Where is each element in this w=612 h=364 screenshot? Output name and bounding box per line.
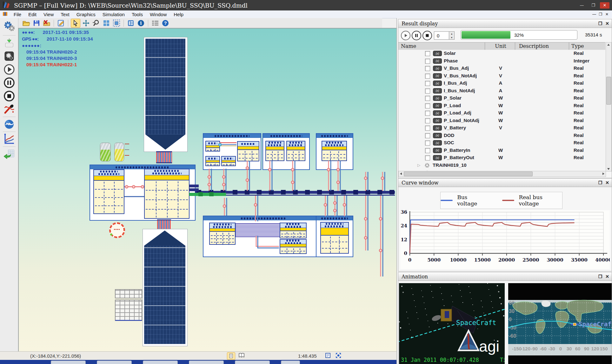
scroll-right-arrow[interactable] <box>602 172 604 175</box>
menu-text[interactable]: Text <box>57 12 73 17</box>
print-preview-button[interactable] <box>325 353 331 359</box>
taskbar-button[interactable] <box>189 361 224 364</box>
zoom-tool-button[interactable] <box>92 19 101 27</box>
row-checkbox[interactable] <box>425 155 430 160</box>
spinner-up-button[interactable]: ▲ <box>449 32 454 36</box>
space-view[interactable]: SpaceCraft agi 31 Jan 2011 00:07:07.428 … <box>399 283 505 364</box>
vscroll-thumb[interactable] <box>606 77 611 105</box>
pause-simulation-icon[interactable] <box>2 76 16 89</box>
import-data-icon[interactable] <box>2 36 16 49</box>
model-canvas[interactable]: ●● ●●:2017-11-01 09:15:35 GPS ●●:2017-11… <box>18 28 397 352</box>
tree-node-TRAINH019_10[interactable]: ▷TRAINH019_10 <box>398 162 605 169</box>
select-tool-button[interactable] <box>71 19 80 28</box>
row-checkbox[interactable] <box>425 148 430 153</box>
float-window-icon[interactable]: ❐ <box>598 180 602 185</box>
row-checkbox[interactable] <box>425 126 430 131</box>
step-spinner[interactable]: 0 ▲▼ <box>434 31 455 40</box>
menu-window[interactable]: Window <box>146 12 170 17</box>
edit-properties-button[interactable] <box>57 19 65 27</box>
row-checkbox[interactable] <box>425 81 430 86</box>
result-row-P_Solar[interactable]: (x)P_SolarWReal <box>398 94 605 102</box>
satellite-antenna-icon[interactable] <box>2 103 16 116</box>
step-spinner-value[interactable]: 0 <box>434 32 449 39</box>
taskbar-button[interactable] <box>281 361 300 364</box>
result-row-V_Battery[interactable]: (x)V_BatteryVReal <box>398 124 605 132</box>
close-panel-icon[interactable]: ✕ <box>605 180 609 185</box>
result-row-I_Bus_NotAdj[interactable]: (x)I_Bus_NotAdjAReal <box>398 87 605 95</box>
row-checkbox[interactable] <box>425 103 430 108</box>
result-row-I_Bus_Adj[interactable]: (x)I_Bus_AdjAReal <box>398 80 605 87</box>
stop-simulation-icon[interactable] <box>2 89 16 103</box>
curve-plot-icon[interactable] <box>2 133 16 146</box>
settings-gears-icon[interactable] <box>2 18 16 35</box>
result-row-SOC[interactable]: (x)SOCReal <box>398 139 605 147</box>
mdi-restore-button[interactable]: ❐ <box>597 12 604 16</box>
list-options-button[interactable] <box>151 19 160 27</box>
menu-file[interactable]: File <box>10 12 25 17</box>
result-row-P_Load[interactable]: (x)P_LoadWReal <box>398 102 605 110</box>
row-checkbox[interactable] <box>425 59 430 64</box>
taskbar-button[interactable] <box>97 361 132 364</box>
result-row-DOD[interactable]: (x)DODReal <box>398 132 605 140</box>
float-window-icon[interactable]: ❐ <box>598 21 602 26</box>
mdi-close-button[interactable]: ✕ <box>604 12 610 16</box>
menu-help[interactable]: Help <box>170 12 187 17</box>
menu-edit[interactable]: Edit <box>25 12 40 17</box>
taskbar-button[interactable] <box>143 361 178 364</box>
result-row-V_Bus_NotAdj[interactable]: (x)V_Bus_NotAdjVReal <box>398 72 605 80</box>
orbit-globe-icon[interactable] <box>2 118 16 131</box>
result-row-P_Load_Adj[interactable]: (x)P_Load_AdjWReal <box>398 109 605 117</box>
result-row-Phase[interactable]: (x)PhaseInteger <box>398 57 605 65</box>
taskbar-button[interactable] <box>235 361 270 364</box>
result-row-Solar[interactable]: (x)SolarReal <box>398 50 605 57</box>
result-play-button[interactable] <box>401 31 410 40</box>
scroll-down-arrow[interactable] <box>607 168 610 170</box>
voltage-chart[interactable]: 0500010000150002000025000300003500040000… <box>400 210 610 269</box>
menu-simulation[interactable]: Simulation <box>99 12 128 17</box>
scroll-left-arrow[interactable] <box>400 172 402 175</box>
close-panel-icon[interactable]: ✕ <box>605 21 609 26</box>
pan-tool-button[interactable] <box>82 19 90 27</box>
animation-titlebar[interactable]: Animation ❐✕ <box>398 272 612 281</box>
result-row-V_Bus_Adj[interactable]: (x)V_Bus_AdjVReal <box>398 65 605 72</box>
map-view[interactable]: 60300-30-60 -150-120-90-60-3003060901201… <box>508 283 612 364</box>
run-simulation-icon[interactable] <box>2 63 16 76</box>
model-list-button[interactable] <box>126 19 135 27</box>
book-view-button[interactable] <box>238 353 245 359</box>
mdi-minimize-button[interactable]: — <box>591 12 597 16</box>
row-checkbox[interactable] <box>425 88 430 94</box>
row-checkbox[interactable] <box>425 118 430 123</box>
delete-model-button[interactable] <box>42 19 51 27</box>
result-vscrollbar[interactable] <box>606 42 612 172</box>
minimize-button[interactable]: — <box>577 2 587 9</box>
row-checkbox[interactable] <box>425 51 430 56</box>
row-checkbox[interactable] <box>425 74 430 79</box>
close-button[interactable]: ✕ <box>600 2 609 9</box>
fit-screen-button[interactable] <box>335 352 342 360</box>
scroll-up-arrow[interactable] <box>607 44 610 46</box>
save-button[interactable] <box>32 19 41 27</box>
result-display-titlebar[interactable]: Result display ❐✕ <box>398 19 612 28</box>
result-stop-button[interactable] <box>422 31 432 40</box>
row-checkbox[interactable] <box>425 111 430 116</box>
row-checkbox[interactable] <box>425 140 430 146</box>
result-pause-button[interactable] <box>412 31 421 40</box>
result-row-P_Load_NotAdj[interactable]: (x)P_Load_NotAdjWReal <box>398 117 605 125</box>
configuration-icon[interactable] <box>2 49 16 63</box>
grid-view-button[interactable] <box>102 19 111 27</box>
center-view-button[interactable] <box>112 19 121 27</box>
windows-taskbar[interactable] <box>0 360 396 364</box>
float-window-icon[interactable]: ❐ <box>598 274 602 279</box>
spinner-down-button[interactable]: ▼ <box>449 36 454 39</box>
open-file-button[interactable] <box>22 19 31 27</box>
result-row-P_BatteryIn[interactable]: (x)P_BatteryInWReal <box>398 147 605 154</box>
menu-view[interactable]: View <box>40 12 57 17</box>
curve-window-titlebar[interactable]: Curve window ❐✕ <box>398 179 612 187</box>
expand-arrow-icon[interactable]: ▷ <box>417 163 420 167</box>
row-checkbox[interactable] <box>425 66 430 71</box>
export-report-icon[interactable] <box>2 147 16 161</box>
row-checkbox[interactable] <box>425 96 430 101</box>
menu-graphics[interactable]: Graphics <box>73 12 99 17</box>
taskbar-button[interactable] <box>51 361 86 364</box>
close-panel-icon[interactable]: ✕ <box>605 274 609 279</box>
